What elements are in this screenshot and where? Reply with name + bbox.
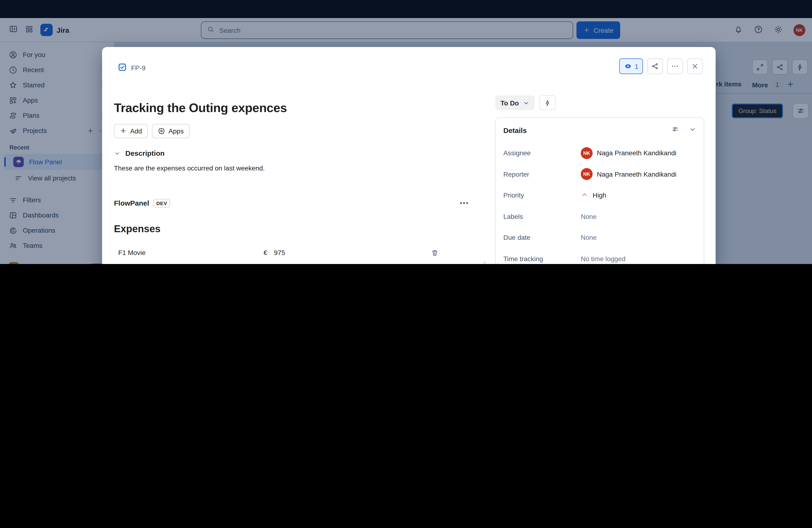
panel-scrollbar[interactable] xyxy=(483,261,486,264)
details-heading: Details xyxy=(503,126,527,134)
issue-title[interactable]: Tracking the Outing expences xyxy=(114,100,478,116)
status-dropdown[interactable]: To Do xyxy=(495,96,534,110)
priority-value: High xyxy=(593,192,606,199)
expense-name[interactable]: F1 Movie xyxy=(114,249,263,256)
expenses-heading: Expenses xyxy=(114,223,478,235)
flowpanel-name: FlowPanel xyxy=(114,199,149,207)
collapse-details-icon[interactable] xyxy=(689,126,696,135)
currency-symbol: € xyxy=(263,249,274,256)
reporter-avatar: NK xyxy=(581,168,593,180)
field-time-tracking[interactable]: Time tracking No time logged xyxy=(503,248,696,264)
assignee-avatar: NK xyxy=(581,147,593,159)
field-label: Priority xyxy=(503,192,581,199)
assignee-value: Naga Praneeth Kandikandi xyxy=(597,149,677,157)
issue-key[interactable]: FP-9 xyxy=(131,64,146,72)
details-settings-icon[interactable] xyxy=(671,126,679,135)
apps-button-label: Apps xyxy=(169,127,184,135)
time-tracking-value: No time logged xyxy=(581,255,625,263)
due-date-value: None xyxy=(581,234,597,241)
field-assignee[interactable]: Assignee NKNaga Praneeth Kandikandi xyxy=(503,143,696,164)
field-label: Assignee xyxy=(503,149,581,157)
details-panel: Details Assignee NKNaga Praneeth Kandika… xyxy=(495,117,704,264)
task-type-icon xyxy=(118,63,127,73)
field-labels[interactable]: Labels None xyxy=(503,206,696,227)
automation-lightning-button[interactable] xyxy=(539,96,555,110)
screen: Jira Create NK xyxy=(0,0,812,264)
dev-badge: DEV xyxy=(154,199,170,207)
more-actions-button[interactable] xyxy=(667,58,683,74)
expenses-table: F1 Movie € 975 Lunch at AK Biriyani Hous… xyxy=(114,241,478,264)
labels-value: None xyxy=(581,213,597,220)
watch-button[interactable]: 1 xyxy=(619,58,643,74)
field-due-date[interactable]: Due date None xyxy=(503,227,696,248)
description-heading: Description xyxy=(125,149,164,157)
description-text[interactable]: These are the expenses occurred on last … xyxy=(114,164,478,173)
field-reporter[interactable]: Reporter NKNaga Praneeth Kandikandi xyxy=(503,164,696,185)
close-button[interactable] xyxy=(687,58,703,74)
add-button[interactable]: Add xyxy=(114,124,148,138)
field-label: Reporter xyxy=(503,171,581,178)
field-label: Time tracking xyxy=(503,255,581,263)
apps-button[interactable]: Apps xyxy=(152,124,189,138)
field-label: Due date xyxy=(503,234,581,241)
chevron-down-icon xyxy=(114,150,121,157)
trash-icon[interactable] xyxy=(431,249,450,256)
issue-modal: FP-9 1 Tracking the Outing expences xyxy=(102,47,715,264)
watch-count: 1 xyxy=(635,62,638,70)
priority-high-icon xyxy=(581,191,588,200)
add-button-label: Add xyxy=(130,127,142,135)
expense-row: F1 Movie € 975 xyxy=(114,241,478,264)
expense-amount[interactable]: 975 xyxy=(274,249,431,256)
description-section-header[interactable]: Description xyxy=(114,149,478,158)
field-label: Labels xyxy=(503,213,581,220)
forge-panel-header: FlowPanel DEV ••• xyxy=(114,197,478,209)
share-button[interactable] xyxy=(647,58,663,74)
panel-more-icon[interactable]: ••• xyxy=(460,200,469,207)
field-priority[interactable]: Priority High xyxy=(503,185,696,206)
status-label: To Do xyxy=(501,99,519,107)
reporter-value: Naga Praneeth Kandikandi xyxy=(597,171,677,178)
